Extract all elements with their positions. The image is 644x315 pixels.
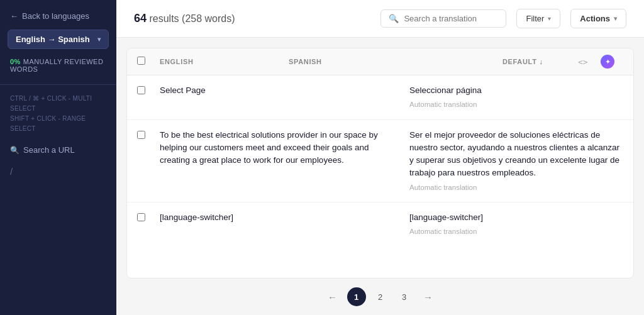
row-english-text: Select Page bbox=[160, 84, 409, 97]
search-icon: 🔍 bbox=[10, 146, 19, 155]
row-checkbox[interactable] bbox=[137, 86, 145, 94]
page-3-button[interactable]: 3 bbox=[395, 287, 414, 306]
sidebar-divider bbox=[0, 84, 116, 85]
translation-text: [language-switcher] bbox=[409, 211, 623, 224]
row-english-text: To be the best electrical solutions prov… bbox=[160, 129, 409, 167]
row-checkbox-cell bbox=[137, 129, 160, 141]
actions-button[interactable]: Actions ▾ bbox=[570, 9, 626, 28]
row-spanish-text: [language-switcher] Automatic translatio… bbox=[409, 211, 623, 238]
search-translation-input[interactable] bbox=[404, 14, 498, 23]
chevron-down-icon: ▾ bbox=[614, 15, 617, 22]
globe-icon: ✦ bbox=[601, 55, 614, 69]
row-spanish-text: Seleccionar página Automatic translation bbox=[409, 84, 623, 111]
header-checkbox-cell bbox=[137, 56, 160, 67]
header-spanish: SPANISH bbox=[289, 58, 502, 65]
back-label: Back to languages bbox=[22, 11, 89, 21]
table-header: ENGLISH SPANISH DEFAULT ↓ <> ✦ bbox=[127, 48, 633, 75]
topbar: 64 results (258 words) 🔍 Filter ▾ Action… bbox=[116, 0, 644, 38]
table-row: Select Page Seleccionar página Automatic… bbox=[127, 75, 633, 120]
reviewed-words-stat: 0%MANUALLY REVIEWED WORDS bbox=[0, 58, 116, 84]
header-default: DEFAULT ↓ bbox=[502, 58, 578, 65]
pagination: ← 1 2 3 → bbox=[116, 279, 644, 315]
row-checkbox-cell bbox=[137, 211, 160, 224]
row-english-text: [language-switcher] bbox=[160, 211, 409, 224]
row-checkbox[interactable] bbox=[137, 131, 145, 139]
chevron-down-icon: ▾ bbox=[548, 15, 551, 22]
next-page-button[interactable]: → bbox=[419, 287, 438, 306]
table-row: [language-switcher] [language-switcher] … bbox=[127, 202, 633, 246]
prev-page-button[interactable]: ← bbox=[323, 287, 342, 306]
header-code: <> bbox=[578, 57, 601, 67]
language-selector[interactable]: English → Spanish ▾ bbox=[8, 30, 109, 49]
sidebar-slash: / bbox=[0, 162, 116, 180]
header-english: ENGLISH bbox=[160, 58, 289, 65]
chevron-down-icon: ▾ bbox=[97, 36, 101, 43]
translation-text: Seleccionar página bbox=[409, 84, 623, 97]
row-checkbox[interactable] bbox=[137, 213, 145, 221]
filter-button[interactable]: Filter ▾ bbox=[516, 9, 560, 28]
search-icon: 🔍 bbox=[389, 14, 399, 23]
results-words: results (258 words) bbox=[147, 13, 235, 24]
reviewed-label: MANUALLY REVIEWED WORDS bbox=[10, 58, 103, 73]
header-globe: ✦ bbox=[601, 55, 623, 69]
translations-table: ENGLISH SPANISH DEFAULT ↓ <> ✦ Select Pa… bbox=[126, 48, 634, 279]
shortcut-multi-select: CTRL / ⌘ + CLICK - MULTI SELECT SHIFT + … bbox=[0, 94, 116, 143]
search-url-label: Search a URL bbox=[23, 145, 75, 155]
language-label: English → Spanish bbox=[16, 35, 90, 44]
sidebar: ← Back to languages English → Spanish ▾ … bbox=[0, 0, 116, 315]
auto-translation-badge: Automatic translation bbox=[409, 99, 623, 110]
back-arrow-icon: ← bbox=[10, 11, 18, 21]
sort-arrow-icon[interactable]: ↓ bbox=[540, 58, 543, 65]
select-all-checkbox[interactable] bbox=[137, 57, 145, 65]
auto-translation-badge: Automatic translation bbox=[409, 226, 623, 237]
row-spanish-text: Ser el mejor proveedor de soluciones elé… bbox=[409, 129, 623, 193]
translation-text: Ser el mejor proveedor de soluciones elé… bbox=[409, 129, 623, 180]
main-content: 64 results (258 words) 🔍 Filter ▾ Action… bbox=[116, 0, 644, 315]
results-number: 64 bbox=[134, 12, 147, 25]
search-url-row[interactable]: 🔍 Search a URL bbox=[0, 143, 116, 162]
back-to-languages-link[interactable]: ← Back to languages bbox=[0, 11, 116, 30]
table-body: Select Page Seleccionar página Automatic… bbox=[127, 75, 633, 278]
results-count: 64 results (258 words) bbox=[134, 12, 370, 25]
page-1-button[interactable]: 1 bbox=[347, 287, 366, 306]
auto-translation-badge: Automatic translation bbox=[409, 182, 623, 193]
table-row: To be the best electrical solutions prov… bbox=[127, 120, 633, 202]
search-box: 🔍 bbox=[380, 9, 506, 28]
page-2-button[interactable]: 2 bbox=[371, 287, 390, 306]
row-checkbox-cell bbox=[137, 84, 160, 97]
reviewed-pct: 0% bbox=[10, 58, 21, 65]
